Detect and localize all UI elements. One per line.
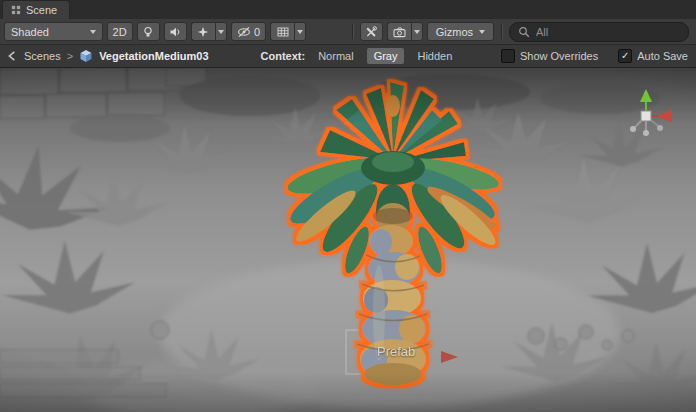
eye-slash-icon bbox=[237, 26, 251, 38]
breadcrumb-scenes[interactable]: Scenes bbox=[24, 50, 61, 62]
auto-save-checkbox[interactable]: ✓ Auto Save bbox=[618, 49, 688, 63]
checkbox-box[interactable] bbox=[501, 49, 515, 63]
camera-dropdown[interactable] bbox=[411, 22, 423, 41]
lightbulb-icon bbox=[142, 26, 154, 38]
effects-toggle-button[interactable] bbox=[191, 22, 215, 41]
grid-visibility-button[interactable] bbox=[270, 22, 294, 41]
show-overrides-label: Show Overrides bbox=[520, 50, 598, 62]
tools-icon bbox=[365, 26, 377, 38]
breadcrumb-separator: > bbox=[67, 50, 73, 62]
orientation-gizmo[interactable] bbox=[616, 86, 676, 146]
context-option-gray[interactable]: Gray bbox=[367, 48, 405, 64]
gizmos-label: Gizmos bbox=[436, 26, 473, 38]
tab-label: Scene bbox=[26, 4, 57, 16]
axis-handle bbox=[643, 130, 649, 136]
effects-sparkle-icon bbox=[197, 26, 209, 38]
camera-icon bbox=[393, 26, 406, 38]
prefab-cube-icon bbox=[79, 49, 93, 63]
back-arrow-icon[interactable] bbox=[6, 50, 18, 62]
chevron-down-icon bbox=[218, 30, 224, 34]
toggle-2d-label: 2D bbox=[113, 26, 127, 38]
camera-button-group bbox=[387, 22, 423, 41]
toolbar-separator bbox=[501, 24, 502, 39]
scene-render bbox=[0, 68, 696, 412]
camera-settings-button[interactable] bbox=[387, 22, 411, 41]
toggle-2d-button[interactable]: 2D bbox=[107, 22, 133, 41]
gizmo-center-cube bbox=[641, 111, 651, 121]
audio-toggle-button[interactable] bbox=[164, 22, 187, 41]
show-overrides-checkbox[interactable]: Show Overrides bbox=[501, 49, 598, 63]
shading-mode-dropdown[interactable]: Shaded bbox=[4, 22, 103, 41]
tab-bar: Scene bbox=[0, 0, 696, 19]
auto-save-label: Auto Save bbox=[637, 50, 688, 62]
checkbox-box[interactable]: ✓ bbox=[618, 49, 632, 63]
speaker-icon bbox=[169, 26, 181, 38]
context-option-normal[interactable]: Normal bbox=[311, 48, 360, 64]
shading-mode-label: Shaded bbox=[11, 26, 49, 38]
search-field[interactable] bbox=[509, 22, 689, 42]
chevron-down-icon bbox=[479, 30, 485, 34]
chevron-down-icon bbox=[297, 30, 303, 34]
breadcrumb-prefab-name: VegetationMedium03 bbox=[99, 50, 208, 62]
lighting-toggle-button[interactable] bbox=[137, 22, 160, 41]
effects-button-group bbox=[191, 22, 227, 41]
grid-dropdown[interactable] bbox=[294, 22, 306, 41]
toolbar-separator bbox=[352, 24, 353, 39]
axis-handle bbox=[657, 125, 663, 131]
effects-dropdown[interactable] bbox=[215, 22, 227, 41]
prefab-breadcrumb-bar: Scenes > VegetationMedium03 Context: Nor… bbox=[0, 45, 696, 68]
search-input[interactable] bbox=[534, 25, 680, 39]
grid-button-group bbox=[270, 22, 306, 41]
context-option-hidden[interactable]: Hidden bbox=[410, 48, 459, 64]
unity-scene-view-window: Scene Shaded 2D bbox=[0, 0, 696, 412]
gizmos-dropdown[interactable]: Gizmos bbox=[427, 22, 494, 41]
axis-handle bbox=[630, 126, 636, 132]
context-label: Context: bbox=[261, 50, 306, 62]
window-grid-icon bbox=[11, 5, 21, 15]
tab-scene[interactable]: Scene bbox=[2, 0, 70, 19]
hidden-count-label: 0 bbox=[254, 26, 260, 38]
chevron-down-icon bbox=[90, 30, 96, 34]
chevron-down-icon bbox=[414, 30, 420, 34]
component-tools-button[interactable] bbox=[360, 22, 383, 41]
x-axis-cone bbox=[657, 109, 672, 123]
scene-viewport[interactable]: Prefab bbox=[0, 68, 696, 412]
search-icon bbox=[518, 26, 530, 38]
grid-icon bbox=[277, 26, 289, 38]
scene-visibility-button[interactable]: 0 bbox=[231, 22, 266, 41]
y-axis-cone bbox=[640, 89, 652, 102]
scene-toolbar: Shaded 2D 0 bbox=[0, 19, 696, 45]
